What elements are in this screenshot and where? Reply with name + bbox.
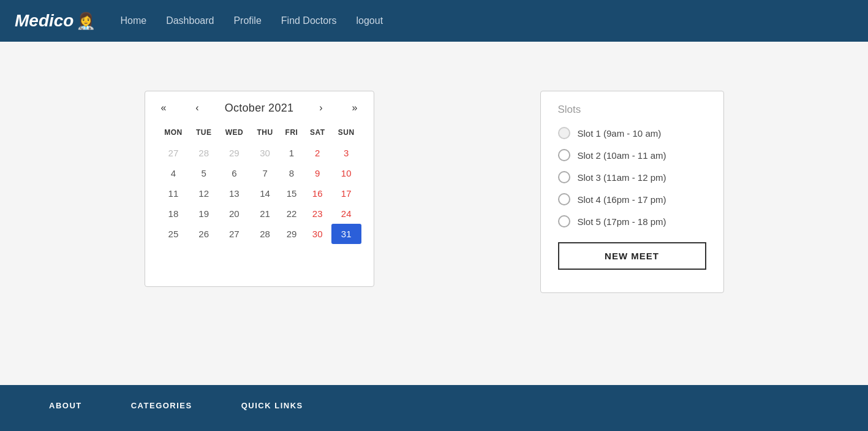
nav-links: Home Dashboard Profile Find Doctors logo… (120, 15, 383, 26)
new-meet-button[interactable]: NEW MEET (558, 242, 706, 270)
calendar-day-14[interactable]: 14 (251, 183, 280, 204)
logo-text: Medico (15, 11, 74, 31)
prev-month-button[interactable]: ‹ (192, 101, 202, 115)
slots-title: Slots (558, 104, 706, 116)
calendar-day-8[interactable]: 8 (279, 163, 303, 183)
slot-item-2: Slot 2 (10am - 11 am) (558, 149, 706, 161)
calendar-week-3: 11121314151617 (157, 183, 361, 204)
calendar-day-30[interactable]: 30 (304, 224, 331, 244)
slot-4-label: Slot 4 (16pm - 17 pm) (578, 194, 666, 205)
calendar-day-9[interactable]: 9 (304, 163, 331, 183)
calendar-day-22[interactable]: 22 (279, 204, 303, 224)
footer-quick-links: QUICK LINKS (241, 400, 303, 411)
calendar-day-15[interactable]: 15 (279, 183, 303, 204)
day-header-wed: WED (218, 126, 251, 143)
calendar-day-28[interactable]: 28 (251, 224, 280, 244)
slots-panel: Slots Slot 1 (9am - 10 am) Slot 2 (10am … (540, 91, 724, 293)
calendar-day-headers: MON TUE WED THU FRI SAT SUN (157, 126, 361, 143)
calendar: « ‹ October 2021 › » MON TUE WED THU FRI… (145, 91, 374, 287)
calendar-day-24[interactable]: 24 (331, 204, 361, 224)
calendar-day-19[interactable]: 19 (189, 204, 218, 224)
nav-find-doctors[interactable]: Find Doctors (281, 15, 337, 26)
slot-4-radio[interactable] (558, 193, 570, 205)
navbar: Medico 👩‍⚕️ Home Dashboard Profile Find … (0, 0, 868, 42)
slot-item-4: Slot 4 (16pm - 17 pm) (558, 193, 706, 205)
calendar-day-3[interactable]: 3 (331, 143, 361, 163)
nav-logout[interactable]: logout (357, 15, 383, 26)
calendar-week-1: 27282930123 (157, 143, 361, 163)
slot-3-label: Slot 3 (11am - 12 pm) (578, 172, 666, 183)
calendar-day-20[interactable]: 20 (218, 204, 251, 224)
calendar-week-4: 18192021222324 (157, 204, 361, 224)
calendar-day-1[interactable]: 1 (279, 143, 303, 163)
slot-item-3: Slot 3 (11am - 12 pm) (558, 171, 706, 183)
calendar-day-17[interactable]: 17 (331, 183, 361, 204)
calendar-day-25[interactable]: 25 (157, 224, 190, 244)
calendar-day-29[interactable]: 29 (279, 224, 303, 244)
calendar-day-16[interactable]: 16 (304, 183, 331, 204)
day-header-sun: SUN (331, 126, 361, 143)
calendar-day-21[interactable]: 21 (251, 204, 280, 224)
day-header-thu: THU (251, 126, 280, 143)
footer-categories-title: CATEGORIES (131, 401, 192, 410)
footer: ABOUT CATEGORIES QUICK LINKS (0, 385, 868, 431)
slot-2-radio[interactable] (558, 149, 570, 161)
calendar-day-13[interactable]: 13 (218, 183, 251, 204)
calendar-day-27-other: 27 (157, 143, 190, 163)
calendar-week-5: 25262728293031 (157, 224, 361, 244)
calendar-day-12[interactable]: 12 (189, 183, 218, 204)
prev-year-button[interactable]: « (157, 101, 170, 115)
slot-5-label: Slot 5 (17pm - 18 pm) (578, 216, 666, 227)
day-header-tue: TUE (189, 126, 218, 143)
calendar-day-23[interactable]: 23 (304, 204, 331, 224)
calendar-day-30-other: 30 (251, 143, 280, 163)
calendar-day-6[interactable]: 6 (218, 163, 251, 183)
calendar-day-10[interactable]: 10 (331, 163, 361, 183)
slot-5-radio[interactable] (558, 215, 570, 227)
calendar-day-26[interactable]: 26 (189, 224, 218, 244)
next-year-button[interactable]: » (349, 101, 361, 115)
day-header-sat: SAT (304, 126, 331, 143)
footer-categories: CATEGORIES (131, 400, 192, 411)
day-header-mon: MON (157, 126, 190, 143)
next-month-button[interactable]: › (315, 101, 326, 115)
slot-1-radio[interactable] (558, 127, 570, 139)
nav-home[interactable]: Home (120, 15, 146, 26)
slot-item-5: Slot 5 (17pm - 18 pm) (558, 215, 706, 227)
calendar-day-5[interactable]: 5 (189, 163, 218, 183)
footer-quick-links-title: QUICK LINKS (241, 401, 303, 410)
calendar-day-11[interactable]: 11 (157, 183, 190, 204)
calendar-day-7[interactable]: 7 (251, 163, 280, 183)
slot-3-radio[interactable] (558, 171, 570, 183)
calendar-header: « ‹ October 2021 › » (157, 101, 361, 115)
slot-item-1: Slot 1 (9am - 10 am) (558, 127, 706, 139)
calendar-week-2: 45678910 (157, 163, 361, 183)
calendar-day-27[interactable]: 27 (218, 224, 251, 244)
calendar-day-29-other: 29 (218, 143, 251, 163)
nav-profile[interactable]: Profile (233, 15, 261, 26)
logo-emoji: 👩‍⚕️ (76, 12, 96, 31)
footer-about-title: ABOUT (49, 401, 82, 410)
main-content: « ‹ October 2021 › » MON TUE WED THU FRI… (0, 42, 868, 385)
slot-1-label: Slot 1 (9am - 10 am) (578, 128, 662, 139)
day-header-fri: FRI (279, 126, 303, 143)
calendar-day-31[interactable]: 31 (331, 224, 361, 244)
slot-2-label: Slot 2 (10am - 11 am) (578, 150, 666, 161)
footer-about: ABOUT (49, 400, 82, 411)
calendar-grid: MON TUE WED THU FRI SAT SUN 272829301234… (157, 126, 361, 244)
calendar-day-2[interactable]: 2 (304, 143, 331, 163)
calendar-day-18[interactable]: 18 (157, 204, 190, 224)
nav-dashboard[interactable]: Dashboard (166, 15, 214, 26)
calendar-day-28-other: 28 (189, 143, 218, 163)
logo[interactable]: Medico 👩‍⚕️ (15, 11, 96, 31)
calendar-month-title: October 2021 (225, 102, 294, 115)
calendar-day-4[interactable]: 4 (157, 163, 190, 183)
